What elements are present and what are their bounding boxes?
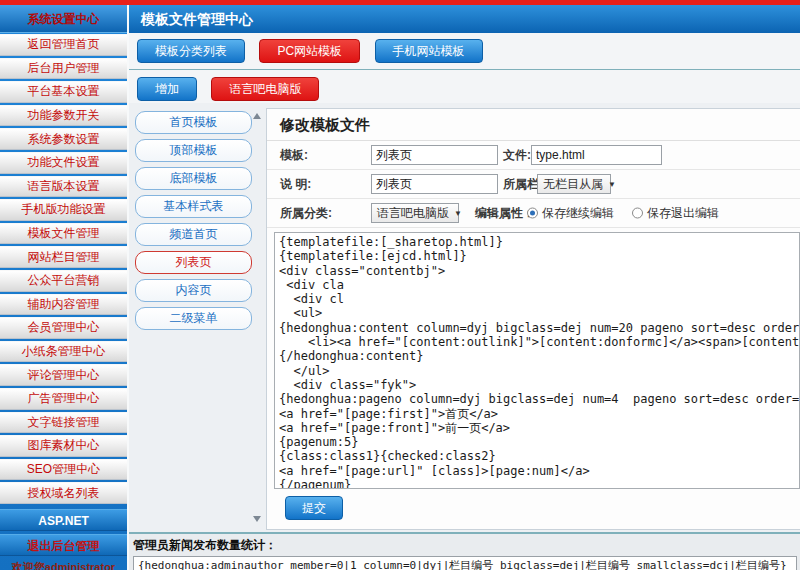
form-title: 修改模板文件 [267,109,800,141]
radio-checked-icon [527,208,538,219]
submenu-item-channel-home[interactable]: 频道首页 [135,223,252,246]
main-region: 首页模板 顶部模板 底部模板 基本样式表 频道首页 列表页 内容页 二级菜单 修… [129,103,800,532]
sidebar-item-feature-files[interactable]: 功能文件设置 [0,152,127,174]
template-code-textarea[interactable]: {templatefile:[_sharetop.html]} {templat… [274,232,800,489]
column-select[interactable]: 无栏目从属 ▼ [537,174,611,194]
template-category-list-button[interactable]: 模板分类列表 [137,39,245,63]
save-continue-label: 保存继续编辑 [542,205,614,222]
stats-label: 管理员新闻发布数量统计： [133,537,797,554]
sidebar-aspnet-button[interactable]: ASP.NET [0,509,127,531]
category-select-value: 语言吧电脑版 [377,205,449,222]
template-name-input[interactable] [371,145,498,165]
description-label: 说 明: [280,176,311,193]
submit-button[interactable]: 提交 [285,496,343,520]
sidebar-item-public-platform[interactable]: 公众平台营销 [0,270,127,292]
file-label: 文件: [503,147,531,164]
edit-attr-label: 编辑属性： [475,205,535,222]
submenu-item-top-template[interactable]: 顶部模板 [135,139,252,162]
description-input[interactable] [371,174,498,194]
sidebar-item-seo[interactable]: SEO管理中心 [0,459,127,481]
form-row-description: 说 明: 所属栏目: 无栏目从属 ▼ [267,170,800,199]
radio-unchecked-icon [632,208,643,219]
sidebar-item-members[interactable]: 会员管理中心 [0,317,127,339]
sidebar-item-gallery[interactable]: 图库素材中心 [0,435,127,457]
sidebar-item-text-links[interactable]: 文字链接管理 [0,412,127,434]
scroll-down-icon[interactable] [253,516,261,522]
sidebar-header-system-settings[interactable]: 系统设置中心 [0,5,127,33]
page-title: 模板文件管理中心 [129,5,800,33]
sidebar-item-admin-users[interactable]: 后台用户管理 [0,58,127,80]
form-row-template: 模板: 文件: [267,141,800,170]
submenu-item-bottom-template[interactable]: 底部模板 [135,167,252,190]
edit-attr-radio-group: 保存继续编辑 保存退出编辑 [527,205,719,222]
column-select-value: 无栏目从属 [543,176,603,193]
category-yuyanba-pc-button[interactable]: 语言吧电脑版 [211,77,319,101]
sidebar-item-feature-switch[interactable]: 功能参数开关 [0,105,127,127]
file-name-input[interactable] [531,145,662,165]
sidebar-menu: 返回管理首页 后台用户管理 平台基本设置 功能参数开关 系统参数设置 功能文件设… [0,33,127,504]
sidebar-item-auth-domains[interactable]: 授权域名列表 [0,482,127,504]
pc-site-template-button[interactable]: PC网站模板 [259,39,360,63]
template-submenu: 首页模板 顶部模板 底部模板 基本样式表 频道首页 列表页 内容页 二级菜单 [135,111,252,335]
submit-row: 提交 [267,489,800,520]
submenu-item-secondary-menu[interactable]: 二级菜单 [135,307,252,330]
sidebar-welcome-text: 欢迎您administrator [0,560,127,570]
sidebar-item-mobile-features[interactable]: 手机版功能设置 [0,199,127,221]
sidebar-item-return-home[interactable]: 返回管理首页 [0,34,127,56]
save-exit-radio[interactable]: 保存退出编辑 [632,205,719,222]
chevron-down-icon: ▼ [608,180,616,189]
submenu-item-home-template[interactable]: 首页模板 [135,111,252,134]
form-row-category: 所属分类: 语言吧电脑版 ▼ 编辑属性： 保存继续编辑 保存退出编辑 [267,199,800,228]
submenu-item-base-stylesheet[interactable]: 基本样式表 [135,195,252,218]
sidebar-item-system-params[interactable]: 系统参数设置 [0,128,127,150]
template-label: 模板: [280,147,308,164]
add-button[interactable]: 增加 [137,77,197,101]
sidebar-logout-button[interactable]: 退出后台管理 [0,534,127,556]
save-continue-radio[interactable]: 保存继续编辑 [527,205,614,222]
sidebar-item-platform-basic[interactable]: 平台基本设置 [0,81,127,103]
sidebar-item-template-files[interactable]: 模板文件管理 [0,223,127,245]
sidebar-item-language-version[interactable]: 语言版本设置 [0,176,127,198]
admin-stats-footer: 管理员新闻发布数量统计： {hedonghua:adminauthor memb… [129,532,800,570]
scroll-up-icon[interactable] [253,113,261,119]
stats-code-box[interactable]: {hedonghua:adminauthor member=0|1 column… [133,556,797,570]
category-select[interactable]: 语言吧电脑版 ▼ [371,203,459,223]
chevron-down-icon: ▼ [454,209,462,218]
mobile-site-template-button[interactable]: 手机网站模板 [375,39,483,63]
submenu-item-list-page[interactable]: 列表页 [135,251,252,274]
submenu-item-content-page[interactable]: 内容页 [135,279,252,302]
category-label: 所属分类: [280,205,332,222]
sidebar: 系统设置中心 返回管理首页 后台用户管理 平台基本设置 功能参数开关 系统参数设… [0,5,127,570]
sidebar-item-notes[interactable]: 小纸条管理中心 [0,341,127,363]
sidebar-item-site-columns[interactable]: 网站栏目管理 [0,246,127,268]
edit-template-form: 修改模板文件 模板: 文件: 说 明: 所属栏目: 无栏目从属 ▼ 所属分类: [266,108,800,530]
toolbar-row-1: 模板分类列表 PC网站模板 手机网站模板 [129,33,800,70]
sidebar-item-ads[interactable]: 广告管理中心 [0,388,127,410]
save-exit-label: 保存退出编辑 [647,205,719,222]
sidebar-item-comments[interactable]: 评论管理中心 [0,364,127,386]
sidebar-item-aux-content[interactable]: 辅助内容管理 [0,294,127,316]
content-area: 模板文件管理中心 模板分类列表 PC网站模板 手机网站模板 增加 语言吧电脑版 … [127,5,800,570]
